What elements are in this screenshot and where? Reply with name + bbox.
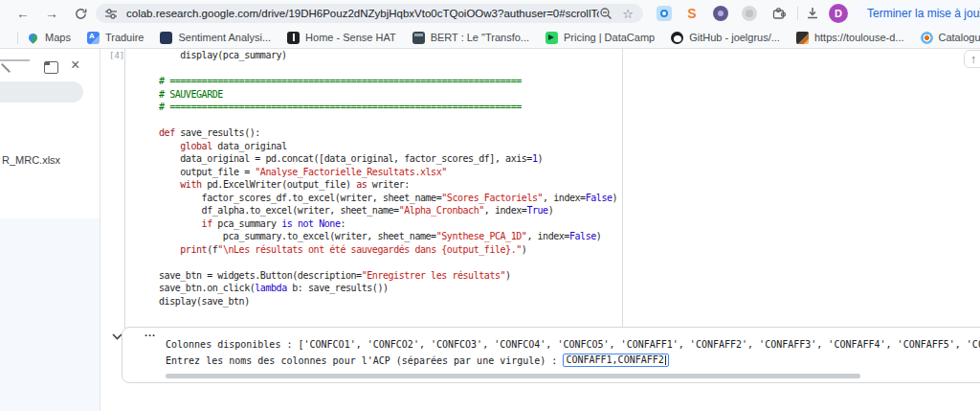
code-line: factor_scores_df.to_excel(writer, sheet_…	[159, 192, 620, 205]
extension-purple-icon[interactable]	[713, 6, 728, 21]
colab-notebook-area: × R_MRC.xlsx [4] display(pca_summary) # …	[0, 49, 980, 411]
bookmark-label: Catalogue Conseil...	[939, 32, 980, 43]
bookmark-label: Pricing | DataCamp	[564, 32, 655, 43]
code-line: save_btn = widgets.Button(description="E…	[159, 269, 620, 283]
cell-output-area: ... Colonnes disponibles : ['CONFCO1', '…	[122, 327, 980, 383]
bookmark-label: Maps	[45, 32, 71, 43]
github-icon	[671, 32, 683, 44]
bookmark-item[interactable]: Sentiment Analysi...	[160, 32, 271, 44]
bookmark-label: Traduire	[105, 32, 145, 43]
forward-icon[interactable]: →	[42, 4, 61, 23]
extension-s-icon[interactable]: S	[684, 6, 700, 21]
extension-gray-icon[interactable]	[742, 6, 757, 21]
reload-icon[interactable]	[71, 4, 90, 23]
update-chrome-button[interactable]: Terminer la mise à jour	[856, 3, 980, 24]
code-line	[159, 114, 620, 127]
bookmark-item[interactable]: Catalogue Conseil...	[921, 32, 980, 44]
code-line: global data_original	[159, 140, 620, 153]
bookmark-label: GitHub - joelgrus/...	[689, 32, 780, 43]
dark-doc-icon	[412, 32, 425, 44]
code-line: save_btn.on_click(lambda b: save_results…	[159, 282, 620, 295]
file-panel-chip[interactable]	[0, 81, 83, 103]
code-line: display(pca_summary)	[159, 49, 620, 62]
dark-thumb-icon	[796, 32, 809, 44]
address-bar[interactable]: colab.research.google.com/drive/19DH6Pou…	[96, 4, 643, 23]
bookmark-item[interactable]: https://toulouse-d...	[796, 32, 904, 44]
download-icon[interactable]	[805, 6, 820, 21]
bookmarks-separator	[17, 32, 18, 44]
code-line: # ======================================…	[159, 101, 620, 114]
output-prompt-line: Entrez les noms des colonnes pour l'ACP …	[166, 354, 669, 367]
code-line: display(save_btn)	[159, 295, 620, 308]
bookmark-label: https://toulouse-d...	[814, 32, 904, 43]
code-line: df_alpha.to_excel(writer, sheet_name="Al…	[159, 204, 620, 217]
translate-icon	[87, 32, 100, 44]
browser-toolbar: ← → colab.research.google.com/drive/19DH…	[0, 0, 980, 27]
code-line	[159, 62, 620, 76]
bookmark-item[interactable]: Pricing | DataCamp	[546, 32, 655, 44]
code-line: def save_results():	[159, 126, 620, 140]
code-line	[159, 256, 620, 269]
output-prompt-label: Entrez les noms des colonnes pour l'ACP …	[166, 355, 563, 366]
bookmarks-list: MapsTraduireSentiment Analysi...Home - S…	[27, 32, 980, 44]
panel-divider[interactable]	[100, 49, 100, 411]
bookmark-item[interactable]: Home - Sense HAT	[287, 32, 396, 44]
toolbar-separator	[797, 7, 798, 20]
code-lines[interactable]: display(pca_summary) # =================…	[159, 49, 620, 319]
output-horizontal-scrollbar[interactable]	[166, 374, 860, 378]
bookmark-label: BERT : Le "Transfo...	[431, 32, 529, 43]
bookmark-label: Home - Sense HAT	[305, 32, 396, 43]
text-caret	[665, 355, 666, 365]
profile-avatar[interactable]: D	[829, 4, 848, 23]
datacamp-green-icon	[546, 32, 558, 44]
cell-execution-count: [4]	[109, 51, 124, 60]
maps-pin-icon	[27, 32, 39, 44]
open-in-new-tab-icon[interactable]	[44, 61, 58, 74]
dark-app-icon	[160, 32, 172, 44]
bookmark-item[interactable]: BERT : Le "Transfo...	[412, 32, 529, 44]
bookmark-label: Sentiment Analysi...	[178, 32, 271, 43]
bookmarks-bar: MapsTraduireSentiment Analysi...Home - S…	[0, 27, 980, 49]
site-settings-icon[interactable]	[105, 8, 117, 20]
dark-book-icon	[287, 32, 300, 44]
chrome-menu-icon[interactable]: ⋮	[974, 5, 980, 19]
code-line: if pca_summary is not None:	[159, 217, 620, 231]
code-line: data_original = pd.concat([data_original…	[159, 152, 620, 166]
file-panel-lower-area	[0, 218, 100, 411]
url-text: colab.research.google.com/drive/19DH6Pou…	[126, 8, 599, 19]
code-line: # ======================================…	[159, 75, 620, 88]
bookmark-item[interactable]: Traduire	[87, 32, 145, 44]
file-list-item[interactable]: R_MRC.xlsx	[2, 154, 60, 166]
zoom-out-icon[interactable]	[599, 7, 612, 20]
bookmark-item[interactable]: Maps	[27, 32, 71, 43]
code-line: # SAUVEGARDE	[159, 88, 620, 102]
file-panel-cropped-element	[0, 59, 30, 61]
bookmark-item[interactable]: GitHub - joelgrus/...	[671, 32, 780, 44]
back-icon[interactable]: ←	[13, 4, 33, 23]
output-columns-line: Colonnes disponibles : ['CONFCO1', 'CONF…	[166, 339, 980, 350]
code-line: with pd.ExcelWriter(output_file) as writ…	[159, 178, 620, 192]
up-arrow-icon: ↑	[970, 53, 976, 66]
target-circle-icon	[921, 32, 933, 44]
output-ellipsis: ...	[145, 327, 156, 338]
code-line: pca_summary.to_excel(writer, sheet_name=…	[159, 230, 620, 243]
code-line: print(f"\nLes résultats ont été sauvegar…	[159, 243, 620, 257]
acp-columns-input[interactable]: CONFAFF1,CONFAFF2	[563, 354, 668, 367]
close-panel-icon[interactable]: ×	[71, 57, 79, 74]
bookmark-star-icon[interactable]: ☆	[622, 7, 634, 21]
acp-columns-input-value: CONFAFF1,CONFAFF2	[566, 354, 663, 365]
extension-lightshot-icon[interactable]	[657, 6, 672, 21]
file-panel-cropped-icon	[1, 63, 11, 73]
scroll-top-button[interactable]: ↑	[964, 50, 980, 68]
extensions-puzzle-icon[interactable]	[771, 6, 787, 21]
code-line: output_file = "Analyse_Factorielle_Resul…	[159, 166, 620, 179]
